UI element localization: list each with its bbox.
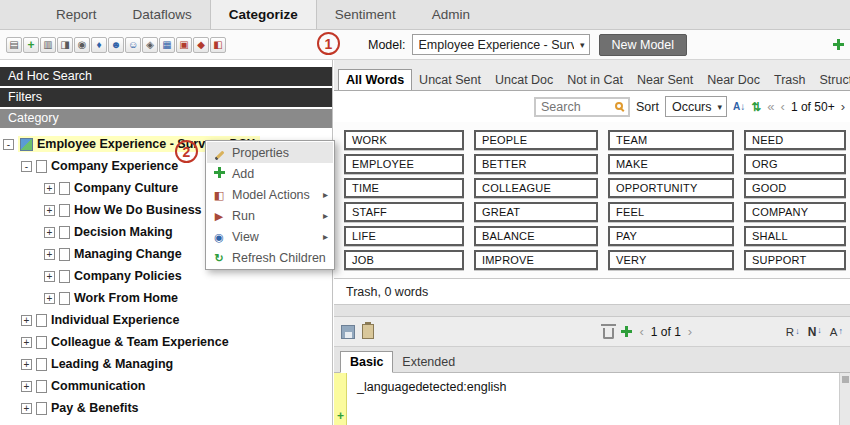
- word-button[interactable]: PAY: [608, 226, 734, 246]
- tree-item[interactable]: + Communication: [0, 375, 332, 397]
- next-page-icon[interactable]: ›: [841, 99, 845, 114]
- trash-icon[interactable]: [603, 328, 614, 339]
- tab-near-doc[interactable]: Near Doc: [700, 70, 767, 90]
- hierarchy-icon[interactable]: ◈: [142, 37, 158, 53]
- word-button[interactable]: TIME: [344, 178, 464, 198]
- menu-item-model-actions[interactable]: ◧ Model Actions ▸: [207, 184, 333, 205]
- tab-all-words[interactable]: All Words: [338, 69, 412, 91]
- report-icon[interactable]: ▤: [6, 37, 22, 53]
- menu-item-view[interactable]: ◉ View ▸: [207, 226, 333, 247]
- word-button[interactable]: JOB: [344, 250, 464, 270]
- expand-icon[interactable]: +: [44, 249, 55, 260]
- tab-dataflows[interactable]: Dataflows: [115, 0, 210, 29]
- save-icon[interactable]: [341, 325, 355, 339]
- tree-item[interactable]: + Work From Home: [0, 287, 332, 309]
- word-button[interactable]: WORK: [344, 130, 464, 150]
- tab-not-in-cat[interactable]: Not in Cat: [560, 70, 630, 90]
- word-button[interactable]: IMPROVE: [474, 250, 598, 270]
- tab-trash[interactable]: Trash: [767, 70, 813, 90]
- sort-name-button[interactable]: N↓: [808, 325, 822, 339]
- collapse-icon[interactable]: -: [21, 161, 32, 172]
- add-icon[interactable]: +: [23, 37, 39, 53]
- word-button[interactable]: VERY: [608, 250, 734, 270]
- tree-item[interactable]: + Colleague & Team Experience: [0, 331, 332, 353]
- expand-icon[interactable]: +: [44, 227, 55, 238]
- panel-splitter[interactable]: [334, 304, 850, 317]
- tab-categorize[interactable]: Categorize: [210, 0, 317, 29]
- tab-near-sent[interactable]: Near Sent: [630, 70, 700, 90]
- word-button[interactable]: COMPANY: [744, 202, 846, 222]
- copy-icon[interactable]: ▥: [40, 37, 56, 53]
- word-button[interactable]: NEED: [744, 130, 846, 150]
- expand-icon[interactable]: +: [21, 381, 32, 392]
- editor-side-button[interactable]: [842, 376, 849, 383]
- tree-item[interactable]: + Individual Experience: [0, 309, 332, 331]
- tab-sentiment[interactable]: Sentiment: [317, 0, 414, 29]
- word-button[interactable]: GREAT: [474, 202, 598, 222]
- add-row-icon[interactable]: +: [337, 411, 344, 421]
- expand-icon[interactable]: +: [44, 183, 55, 194]
- word-button[interactable]: MAKE: [608, 154, 734, 174]
- expand-icon[interactable]: +: [21, 359, 32, 370]
- tree-item[interactable]: + Leading & Managing: [0, 353, 332, 375]
- sidebar-section-adhoc-search[interactable]: Ad Hoc Search: [0, 67, 332, 86]
- menu-item-run[interactable]: ▶ Run ▸: [207, 205, 333, 226]
- menu-item-refresh-children[interactable]: ↻ Refresh Children: [207, 247, 333, 268]
- sidebar-section-filters[interactable]: Filters: [0, 88, 332, 107]
- tab-uncat-doc[interactable]: Uncat Doc: [488, 70, 560, 90]
- model-select[interactable]: Employee Experience - Surveys I ▾: [412, 34, 590, 55]
- tree-item[interactable]: + Pay & Benefits: [0, 397, 332, 419]
- word-button[interactable]: PEOPLE: [474, 130, 598, 150]
- add-icon[interactable]: [621, 326, 632, 337]
- menu-item-properties[interactable]: Properties: [207, 142, 333, 163]
- search-icon[interactable]: [615, 102, 623, 110]
- word-button[interactable]: COLLEAGUE: [474, 178, 598, 198]
- expand-icon[interactable]: +: [21, 337, 32, 348]
- users-icon[interactable]: ☻: [108, 37, 124, 53]
- expand-icon[interactable]: +: [21, 403, 32, 414]
- tab-structured[interactable]: Structured: [812, 70, 850, 90]
- tab-uncat-sent[interactable]: Uncat Sent: [412, 70, 488, 90]
- word-button[interactable]: EMPLOYEE: [344, 154, 464, 174]
- sort-select[interactable]: Occurs ▾: [665, 96, 727, 117]
- table-icon[interactable]: ▦: [159, 37, 175, 53]
- first-page-icon[interactable]: «: [767, 99, 774, 114]
- word-button[interactable]: BETTER: [474, 154, 598, 174]
- tag-icon[interactable]: ♦: [91, 37, 107, 53]
- folder-icon[interactable]: ◨: [57, 37, 73, 53]
- word-button[interactable]: BALANCE: [474, 226, 598, 246]
- expand-icon[interactable]: +: [44, 205, 55, 216]
- tab-basic[interactable]: Basic: [340, 351, 393, 373]
- camera-icon[interactable]: ◉: [74, 37, 90, 53]
- expand-icon[interactable]: +: [44, 271, 55, 282]
- sidebar-section-category[interactable]: Category: [0, 109, 332, 128]
- add-panel-icon[interactable]: [833, 39, 844, 50]
- tab-report[interactable]: Report: [38, 0, 115, 29]
- pdf-icon[interactable]: ◆: [193, 37, 209, 53]
- word-button[interactable]: SUPPORT: [744, 250, 846, 270]
- sort-alpha-button[interactable]: A↑: [830, 326, 843, 338]
- word-button[interactable]: LIFE: [344, 226, 464, 246]
- next-page-icon[interactable]: ›: [688, 324, 692, 339]
- word-button[interactable]: GOOD: [744, 178, 846, 198]
- word-button[interactable]: FEEL: [608, 202, 734, 222]
- new-model-button[interactable]: New Model: [599, 34, 688, 56]
- rule-editor[interactable]: + _languagedetected:english: [334, 373, 850, 425]
- tab-extended[interactable]: Extended: [393, 352, 464, 372]
- word-button[interactable]: STAFF: [344, 202, 464, 222]
- sort-relevance-button[interactable]: R↓: [786, 326, 800, 338]
- word-button[interactable]: ORG: [744, 154, 846, 174]
- collapse-icon[interactable]: -: [3, 139, 14, 150]
- expand-icon[interactable]: +: [44, 293, 55, 304]
- sort-updown-icon[interactable]: ⇅: [751, 100, 761, 114]
- user-icon[interactable]: ☺: [125, 37, 141, 53]
- paste-icon[interactable]: [362, 324, 374, 339]
- search-input[interactable]: [536, 100, 608, 114]
- word-button[interactable]: SHALL: [744, 226, 846, 246]
- word-button[interactable]: OPPORTUNITY: [608, 178, 734, 198]
- editor-text[interactable]: _languagedetected:english: [357, 380, 506, 394]
- prev-page-icon[interactable]: ‹: [639, 324, 643, 339]
- sort-az-icon[interactable]: A↓: [733, 101, 745, 112]
- expand-icon[interactable]: +: [21, 315, 32, 326]
- media-icon[interactable]: ▣: [176, 37, 192, 53]
